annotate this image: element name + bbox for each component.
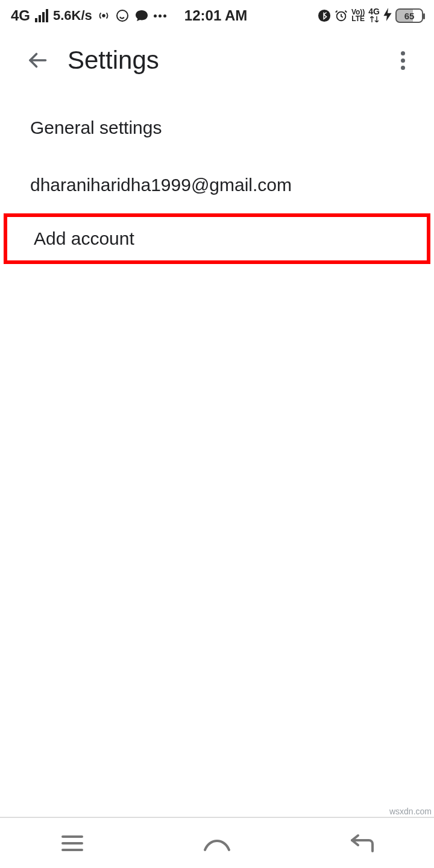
data-4g-icon: 4G xyxy=(368,8,380,24)
network-speed: 5.6K/s xyxy=(53,8,92,24)
arrow-left-icon xyxy=(27,49,48,71)
more-notifications-icon xyxy=(154,14,166,17)
add-account-item[interactable]: Add account xyxy=(4,213,430,264)
more-vert-icon xyxy=(401,51,405,70)
network-type-label: 4G xyxy=(11,7,30,24)
navigation-bar xyxy=(0,817,434,868)
back-nav-icon xyxy=(348,832,375,855)
recent-apps-icon xyxy=(61,835,83,851)
watermark: wsxdn.com xyxy=(389,807,432,816)
home-button[interactable] xyxy=(199,825,235,861)
general-settings-label: General settings xyxy=(30,118,162,138)
svg-point-2 xyxy=(318,10,330,22)
volte-bottom: LTE xyxy=(351,14,365,23)
home-icon xyxy=(203,834,231,852)
hotspot-icon xyxy=(97,9,110,22)
whatsapp-icon xyxy=(115,8,130,23)
app-bar: Settings xyxy=(0,31,434,89)
clock: 12:01 AM xyxy=(184,7,247,24)
bluetooth-icon xyxy=(318,9,331,22)
recent-apps-button[interactable] xyxy=(54,825,90,861)
battery-icon: 65 xyxy=(395,8,423,23)
svg-point-0 xyxy=(102,14,105,17)
alarm-icon xyxy=(335,9,348,22)
battery-percent: 65 xyxy=(404,11,415,21)
signal-icon xyxy=(35,9,48,22)
overflow-menu-button[interactable] xyxy=(389,47,416,74)
status-bar: 4G 5.6K/s 12:01 AM Vo)) LTE 4G xyxy=(0,0,434,31)
settings-list: General settings dharaniharidha1999@gmai… xyxy=(0,89,434,264)
back-nav-button[interactable] xyxy=(344,825,380,861)
charging-icon xyxy=(383,8,392,24)
add-account-label: Add account xyxy=(34,228,134,249)
account-email-label: dharaniharidha1999@gmail.com xyxy=(30,175,292,195)
page-title: Settings xyxy=(68,46,159,75)
chat-icon xyxy=(134,8,149,23)
general-settings-item[interactable]: General settings xyxy=(0,99,434,156)
account-item[interactable]: dharaniharidha1999@gmail.com xyxy=(0,156,434,213)
back-button[interactable] xyxy=(24,47,51,74)
svg-point-1 xyxy=(117,10,128,21)
volte-icon: Vo)) LTE xyxy=(351,9,365,22)
